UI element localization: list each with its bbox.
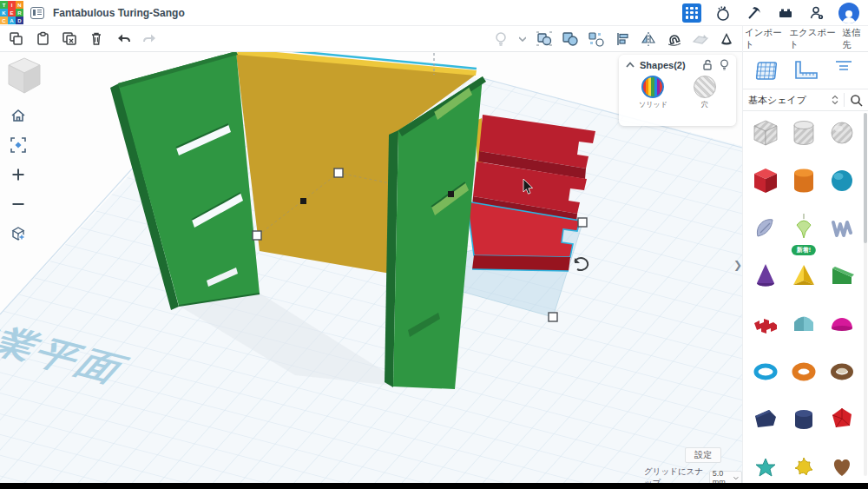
shape-cone[interactable]	[746, 258, 785, 294]
toolbar: インポート エクスポート 送信先	[0, 26, 868, 52]
shape-polygon[interactable]	[746, 401, 785, 438]
send-to-button[interactable]: 送信先	[840, 24, 868, 54]
solid-color-circle[interactable]	[641, 76, 664, 98]
shape-category-select[interactable]: 基本シェイプ	[748, 94, 832, 107]
delete-icon[interactable]	[88, 30, 105, 48]
shape-half-sphere[interactable]	[823, 306, 861, 342]
copy-icon[interactable]	[7, 30, 24, 48]
redo-icon[interactable]	[141, 30, 159, 48]
bottom-strip	[0, 483, 868, 489]
shape-tube[interactable]	[823, 354, 861, 390]
gallery-scrollbar[interactable]	[864, 113, 867, 476]
shape-starfish[interactable]	[785, 449, 823, 481]
solid-swatch[interactable]: ソリッド	[639, 76, 667, 109]
hole-swatch[interactable]: 穴	[694, 76, 716, 109]
perspective-toggle-button[interactable]	[5, 221, 31, 247]
ungroup-all-icon[interactable]	[588, 30, 605, 48]
shape-spinning-top[interactable]: 新着!	[785, 210, 823, 247]
shape-pyramid[interactable]	[785, 258, 823, 294]
view-cube[interactable]	[5, 56, 43, 96]
zoom-in-button[interactable]	[5, 162, 31, 188]
view-tools	[3, 54, 43, 250]
shape-torus[interactable]	[746, 354, 785, 390]
shape-text[interactable]	[746, 306, 785, 342]
shape-sphere-hole[interactable]	[823, 115, 861, 151]
category-caret-icon[interactable]	[832, 95, 838, 105]
design-title[interactable]: Fantabulous Turing-Sango	[53, 7, 185, 19]
shape-squiggle[interactable]	[823, 210, 861, 247]
shape-roof[interactable]	[823, 258, 861, 294]
import-button[interactable]: インポート	[743, 24, 787, 54]
sim-lab-icon[interactable]	[713, 3, 733, 23]
tinkercad-logo[interactable]: TIN KER CAD	[0, 1, 23, 24]
flip-icon[interactable]	[640, 30, 657, 48]
avatar-editor-icon[interactable]	[807, 3, 826, 23]
hole-color-circle[interactable]	[694, 76, 716, 98]
collapse-inspector-icon[interactable]	[626, 62, 635, 68]
snap-caret-icon	[733, 476, 739, 480]
workplane-tool-icon[interactable]	[755, 58, 781, 83]
shape-heart[interactable]	[823, 449, 861, 481]
notes-tool-icon[interactable]	[832, 58, 856, 83]
zoom-out-button[interactable]	[5, 191, 31, 217]
shape-prism[interactable]	[785, 401, 823, 438]
fit-view-button[interactable]	[5, 132, 31, 158]
sidebar-top-buttons: インポート エクスポート 送信先	[742, 26, 868, 52]
shape-gallery: 新着!	[743, 111, 868, 481]
search-icon[interactable]	[850, 94, 863, 107]
snap-grid-select[interactable]: 5.0 mm	[709, 471, 742, 483]
snap-grid-label: グリッドにスナップ	[644, 466, 705, 483]
shapes-sidebar: 基本シェイプ	[742, 52, 868, 483]
header-bar: TIN KER CAD Fantabulous Turing-Sango	[0, 0, 868, 26]
ungroup-icon[interactable]	[562, 30, 579, 48]
lego-bricks-icon[interactable]	[776, 3, 795, 23]
viewport[interactable]: 作業平面	[0, 52, 742, 483]
sidebar-collapse-chevron[interactable]: ❯	[733, 259, 742, 271]
inspector-title: Shapes(2)	[640, 60, 686, 70]
lock-icon[interactable]	[702, 59, 713, 70]
tinkercad-app: TIN KER CAD Fantabulous Turing-Sango	[0, 0, 868, 489]
hide-bulb-icon[interactable]	[720, 59, 729, 70]
shape-box[interactable]	[746, 162, 785, 199]
ruler-tool-icon[interactable]	[792, 58, 820, 83]
home-view-button[interactable]	[5, 102, 31, 129]
shape-cylinder[interactable]	[785, 162, 823, 199]
show-hide-bulb-icon[interactable]	[492, 30, 510, 48]
shape-sphere[interactable]	[823, 162, 861, 199]
paste-icon[interactable]	[34, 30, 51, 48]
export-button[interactable]: エクスポート	[787, 24, 840, 54]
shape-inspector: Shapes(2) ソリッド 穴	[619, 55, 736, 126]
snap-magnet-icon[interactable]	[666, 30, 683, 48]
workplane-icon[interactable]	[692, 30, 709, 48]
shape-round-roof[interactable]	[785, 306, 823, 342]
design-menu-icon[interactable]	[30, 7, 44, 19]
duplicate-icon[interactable]	[61, 30, 78, 48]
new-badge: 新着!	[792, 245, 816, 255]
minecraft-pickaxe-icon[interactable]	[745, 3, 764, 23]
align-icon[interactable]	[614, 30, 631, 48]
show-hide-caret-icon[interactable]	[518, 30, 527, 48]
group-icon[interactable]	[536, 30, 553, 48]
apps-grid-button[interactable]	[682, 3, 701, 23]
profile-avatar[interactable]	[838, 3, 859, 23]
grid-settings-button[interactable]: 設定	[685, 447, 721, 463]
shape-icosahedron[interactable]	[823, 401, 861, 438]
ruler-icon[interactable]	[718, 30, 735, 48]
undo-icon[interactable]	[115, 30, 132, 48]
shape-cylinder-hole[interactable]	[785, 115, 823, 151]
shape-star[interactable]	[746, 449, 785, 481]
shape-scribble[interactable]	[746, 210, 785, 247]
shape-box-hole[interactable]	[746, 115, 785, 151]
shape-torus-thick[interactable]	[785, 354, 823, 390]
